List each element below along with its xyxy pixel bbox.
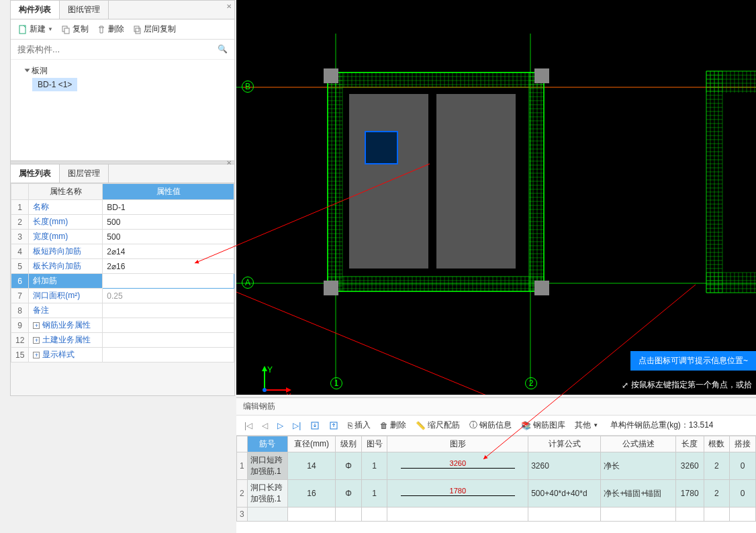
- nav-last[interactable]: ▷|: [290, 421, 303, 430]
- col-header[interactable]: 图号: [361, 436, 387, 452]
- prop-row[interactable]: 1名称BD-1: [11, 200, 234, 215]
- prop-value[interactable]: [103, 348, 234, 362]
- delete-button[interactable]: 🗑删除: [377, 418, 409, 432]
- expand-icon[interactable]: +: [33, 337, 40, 344]
- col-header[interactable]: 直径(mm): [287, 436, 335, 452]
- tab-component-list[interactable]: 构件列表: [11, 1, 60, 19]
- cell-dia[interactable]: 16: [287, 480, 335, 507]
- scale-button[interactable]: 📏缩尺配筋: [413, 418, 463, 432]
- prop-row[interactable]: 12+土建业务属性: [11, 333, 234, 348]
- search-icon[interactable]: 🔍: [218, 44, 228, 54]
- prop-value[interactable]: 500: [103, 230, 234, 244]
- col-header[interactable]: 图形: [387, 436, 528, 452]
- tab-property-list[interactable]: 属性列表: [11, 164, 60, 183]
- prop-value[interactable]: [103, 333, 234, 348]
- cell-n[interactable]: 2: [237, 480, 248, 507]
- cell-lvl[interactable]: [336, 507, 362, 522]
- col-header[interactable]: 根数: [704, 436, 730, 452]
- col-header[interactable]: 公式描述: [601, 436, 675, 452]
- cell-cnt[interactable]: [704, 507, 730, 522]
- cell-fig[interactable]: [361, 507, 387, 522]
- col-header[interactable]: 搭接: [730, 436, 756, 452]
- prop-value[interactable]: 2⌀14: [103, 244, 234, 259]
- prop-row[interactable]: 5板长跨向加筋2⌀16: [11, 259, 234, 274]
- prop-value[interactable]: [103, 274, 234, 289]
- rebar-row[interactable]: 3: [237, 507, 756, 522]
- prop-row[interactable]: 3宽度(mm)500: [11, 230, 234, 244]
- prop-value[interactable]: 0.25: [103, 289, 234, 303]
- cell-n[interactable]: 3: [237, 507, 248, 522]
- hint-bubble[interactable]: 点击图标可调节提示信息位置~: [630, 351, 756, 371]
- cell-len[interactable]: 1780: [675, 480, 704, 507]
- cell-lvl[interactable]: Φ: [336, 480, 362, 507]
- cell-lap[interactable]: [730, 507, 756, 522]
- prop-row[interactable]: 4板短跨向加筋2⌀14: [11, 244, 234, 259]
- col-header[interactable]: 计算公式: [528, 436, 601, 452]
- export-button[interactable]: [326, 420, 341, 432]
- close-icon[interactable]: ✕: [226, 3, 232, 10]
- cell-fig[interactable]: 1: [361, 452, 387, 480]
- prop-value[interactable]: 2⌀16: [103, 259, 234, 274]
- cell-name[interactable]: [247, 507, 287, 522]
- copy-button[interactable]: 复制: [58, 22, 92, 36]
- drawing-canvas[interactable]: B A 1 2 YX 点击图标可调节提示信息位置~ ⤢按鼠标左键指定第一个角点，…: [236, 0, 756, 395]
- expand-icon[interactable]: +: [33, 352, 40, 358]
- cell-lvl[interactable]: Φ: [336, 452, 362, 480]
- prop-value[interactable]: BD-1: [103, 200, 234, 215]
- cell-dia[interactable]: [287, 507, 335, 522]
- cell-shape[interactable]: 3260: [387, 452, 528, 480]
- nav-prev[interactable]: ◁: [259, 421, 271, 430]
- tree-item-selected[interactable]: BD-1 <1>: [32, 78, 77, 91]
- cell-name[interactable]: 洞口短跨加强筋.1: [247, 452, 287, 480]
- prop-row[interactable]: 2长度(mm)500: [11, 215, 234, 230]
- cell-desc[interactable]: 净长+锚固+锚固: [601, 480, 675, 507]
- import-button[interactable]: [308, 420, 322, 432]
- rebar-row[interactable]: 2洞口长跨加强筋.116Φ11780500+40*d+40*d净长+锚固+锚固1…: [237, 480, 756, 507]
- prop-value[interactable]: [103, 318, 234, 333]
- cell-formula[interactable]: 500+40*d+40*d: [528, 480, 601, 507]
- col-header[interactable]: 筋号: [247, 436, 287, 452]
- delete-button[interactable]: 删除: [93, 22, 128, 36]
- grid-label-2: 2: [525, 377, 537, 389]
- new-button[interactable]: 新建▼: [15, 22, 56, 36]
- nav-next[interactable]: ▷: [275, 421, 286, 430]
- cell-name[interactable]: 洞口长跨加强筋.1: [247, 480, 287, 507]
- cell-lap[interactable]: 0: [730, 480, 756, 507]
- prop-row[interactable]: 7洞口面积(m²)0.25: [11, 289, 234, 303]
- cell-formula[interactable]: 3260: [528, 452, 601, 480]
- prop-row[interactable]: 15+显示样式: [11, 348, 234, 362]
- layer-copy-button[interactable]: 层间复制: [129, 22, 179, 36]
- insert-button[interactable]: ⎘插入: [345, 418, 373, 432]
- lib-button[interactable]: 📚钢筋图库: [518, 418, 568, 432]
- nav-first[interactable]: |◁: [242, 421, 255, 430]
- other-button[interactable]: 其他▼: [572, 418, 601, 432]
- cell-shape[interactable]: 1780: [387, 480, 528, 507]
- tree-root[interactable]: 板洞: [17, 64, 228, 78]
- tab-drawing-mgmt[interactable]: 图纸管理: [60, 1, 109, 19]
- col-header[interactable]: 级别: [336, 436, 362, 452]
- cell-len[interactable]: [675, 507, 704, 522]
- cell-desc[interactable]: 净长: [601, 452, 675, 480]
- prop-row[interactable]: 9+钢筋业务属性: [11, 318, 234, 333]
- prop-value[interactable]: [103, 303, 234, 318]
- col-header[interactable]: 长度: [675, 436, 704, 452]
- prop-row[interactable]: 8备注: [11, 303, 234, 318]
- search-input[interactable]: [15, 42, 230, 56]
- expand-icon[interactable]: +: [33, 322, 40, 329]
- cell-n[interactable]: 1: [237, 452, 248, 480]
- tab-layer-mgmt[interactable]: 图层管理: [60, 164, 109, 183]
- prop-value[interactable]: 500: [103, 215, 234, 230]
- info-button[interactable]: ⓘ钢筋信息: [467, 418, 514, 432]
- cell-cnt[interactable]: 2: [704, 480, 730, 507]
- cell-shape[interactable]: [387, 507, 528, 522]
- cell-dia[interactable]: 14: [287, 452, 335, 480]
- cell-len[interactable]: 3260: [675, 452, 704, 480]
- cell-formula[interactable]: [528, 507, 601, 522]
- prop-row[interactable]: 6斜加筋: [11, 274, 234, 289]
- grid-label-1: 1: [330, 377, 342, 389]
- cell-cnt[interactable]: 2: [704, 452, 730, 480]
- cell-fig[interactable]: 1: [361, 480, 387, 507]
- cell-lap[interactable]: 0: [730, 452, 756, 480]
- cell-desc[interactable]: [601, 507, 675, 522]
- rebar-row[interactable]: 1洞口短跨加强筋.114Φ132603260净长326020: [237, 452, 756, 480]
